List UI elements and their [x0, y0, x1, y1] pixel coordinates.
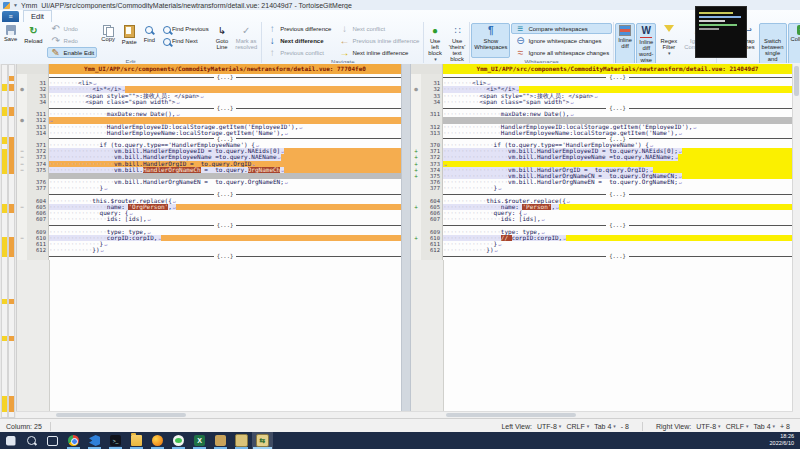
inline-diff-icon — [619, 25, 631, 36]
next-inline-difference-button[interactable]: →Next inline difference — [335, 47, 422, 58]
previous-inline-difference-button[interactable]: ←Previous inline difference — [335, 35, 422, 46]
view-label: Right View: — [656, 423, 691, 430]
button-label: Inline diff — [618, 37, 632, 49]
taskbar-tortoisegit-icon[interactable] — [231, 432, 252, 449]
ignore-all-whitespace-changes-button[interactable]: ≈Ignore all whitespace changes — [511, 47, 612, 58]
next-conflict-button[interactable]: ↓Next conflict — [335, 23, 422, 34]
taskbar-start-button[interactable] — [0, 432, 21, 449]
taskbar-vscode-icon[interactable] — [84, 432, 105, 449]
edit-icon: ✎ — [50, 47, 62, 59]
find-previous-button[interactable]: Find Previous — [159, 23, 212, 34]
locator-change-mark — [2, 237, 7, 256]
use-left-block-button[interactable]: ●Use left block ▾ — [425, 23, 445, 63]
button-label: Next conflict — [352, 26, 385, 32]
status-column: Column: 25 — [0, 423, 42, 430]
switch-between-single-and-double-pane-view-button[interactable]: Switch between single and double pane vi… — [759, 23, 787, 63]
right-pane: Ymm_UI/APP/src/components/CommodityMater… — [411, 64, 792, 418]
app-icon — [3, 2, 10, 9]
use-theirs-text-block-button[interactable]: ∷Use 'theirs' text block ▾ — [446, 23, 468, 63]
collapsed-section[interactable]: {...} — [17, 253, 401, 259]
encoding-selector[interactable]: UTF-8▾ — [537, 423, 561, 430]
taskbar-terminal-icon[interactable]: >_ — [105, 432, 126, 449]
button-label: Inline diff word-wise — [639, 39, 653, 63]
button-label: Use 'theirs' text block — [449, 38, 465, 62]
show-whitespaces-button[interactable]: ¶Show Whitespaces — [471, 23, 510, 58]
mark-as-resolved-button[interactable]: ✓Mark as resolved — [232, 23, 260, 58]
eol-selector[interactable]: CRLF▾ — [566, 423, 589, 430]
locator-track[interactable] — [1, 64, 8, 418]
taskbar-clock[interactable]: 18:262022/6/10 — [770, 432, 800, 449]
taskbar-task-icon[interactable] — [42, 432, 63, 449]
start-icon — [6, 436, 16, 446]
status-bar: Column: 25 Left View:UTF-8▾CRLF▾Tab 4▾- … — [0, 418, 800, 433]
ribbon-group-blocks: ●Use left block ▾∷Use 'theirs' text bloc… — [424, 22, 470, 63]
undo-icon: ↶ — [50, 23, 62, 35]
compare-whitespaces-button[interactable]: ≡Compare whitespaces — [511, 23, 612, 34]
reload-button[interactable]: ↻Reload — [21, 23, 45, 58]
taskbar-folder-icon[interactable] — [126, 432, 147, 449]
dropdown-caret-icon: ▾ — [434, 56, 437, 62]
taskbar-excel-icon[interactable]: X — [189, 432, 210, 449]
previous-conflict-button[interactable]: ↑Previous conflict — [263, 47, 334, 58]
goto-line-button[interactable]: ↳Goto Line — [213, 23, 232, 58]
line-code: {...} — [443, 253, 792, 259]
button-label: Enable Edit — [64, 50, 95, 56]
ribbon-body: Save↻Reload↶Undo↷Redo✎Enable EditCopyPas… — [0, 22, 800, 63]
title-bar[interactable]: ▼ Ymm_UI/APP/src/components/CommodityMat… — [0, 0, 800, 10]
horizontal-scrollbar[interactable] — [16, 411, 793, 418]
button-label: Previous conflict — [280, 50, 324, 56]
ribbon-tab-row: ≡ Edit — [0, 10, 800, 22]
copy-button[interactable]: Copy — [98, 23, 118, 58]
inline-diff-word-wise-button[interactable]: WInline diff word-wise — [636, 23, 656, 63]
collapsed-section[interactable]: {...} — [411, 253, 792, 259]
ribbon-group-edit: Save↻Reload↶Undo↷Redo✎Enable EditCopyPas… — [0, 22, 262, 63]
taskbar-wechat-icon[interactable] — [168, 432, 189, 449]
pane-splitter[interactable] — [401, 64, 411, 418]
redo-icon: ↷ — [50, 35, 62, 47]
vertical-scrollbar[interactable] — [792, 64, 800, 418]
find-next-button[interactable]: Find Next — [159, 35, 212, 46]
locator-track[interactable] — [8, 64, 15, 418]
eol-selector[interactable]: CRLF▾ — [726, 423, 749, 430]
taskbar-chrome-icon[interactable] — [63, 432, 84, 449]
tortoisemerge-icon: ⇆ — [256, 434, 269, 447]
line-number — [27, 253, 49, 259]
taskbar-tortoisemerge-icon[interactable]: ⇆ — [252, 432, 273, 449]
redo-button[interactable]: ↷Redo — [47, 35, 98, 46]
line-delta: - 8 — [621, 423, 629, 430]
taskbar-app-icon[interactable] — [210, 432, 231, 449]
next-difference-button[interactable]: ↓Next difference — [263, 35, 334, 46]
horizontal-scrollbar-thumb-left[interactable] — [56, 413, 186, 417]
ignore-whitespace-changes-button[interactable]: ⊖Ignore whitespace changes — [511, 35, 612, 46]
encoding-selector[interactable]: UTF-8▾ — [696, 423, 720, 430]
vertical-scrollbar-thumb[interactable] — [794, 66, 799, 96]
resolved-icon: ✓ — [240, 25, 252, 37]
tabs-selector[interactable]: Tab 4▾ — [753, 423, 775, 430]
collapse-button[interactable]: +Collapse — [788, 23, 800, 63]
paste-button[interactable]: Paste — [119, 23, 140, 58]
locator-change-mark — [9, 299, 14, 304]
button-label: Ignore all whitespace changes — [528, 50, 609, 56]
tab-edit[interactable]: Edit — [23, 10, 52, 22]
locator-bar[interactable] — [0, 64, 17, 418]
taskbar-search-icon[interactable] — [21, 432, 42, 449]
button-label: Previous difference — [280, 26, 331, 32]
taskbar-firefox-icon[interactable] — [147, 432, 168, 449]
find-button[interactable]: Find — [141, 23, 158, 58]
regex-filter-button[interactable]: Regex Filter ▾ — [657, 23, 680, 63]
locator-change-mark — [2, 396, 7, 412]
quick-access-caret-icon[interactable]: ▼ — [13, 2, 18, 8]
view-label: Left View: — [501, 423, 532, 430]
inline-diff-button[interactable]: Inline diff — [615, 23, 635, 63]
terminal-icon: >_ — [110, 435, 121, 446]
undo-button[interactable]: ↶Undo — [47, 23, 98, 34]
tabs-selector[interactable]: Tab 4▾ — [594, 423, 616, 430]
find-next-icon — [162, 37, 170, 45]
enable-edit-button[interactable]: ✎Enable Edit — [47, 47, 98, 58]
right-pane-header-spacer — [411, 64, 443, 74]
horizontal-scrollbar-thumb-right[interactable] — [446, 413, 576, 417]
save-button[interactable]: Save — [1, 23, 20, 58]
previous-difference-button[interactable]: ↑Previous difference — [263, 23, 334, 34]
next-inline-icon: → — [338, 47, 350, 59]
app-menu-button[interactable]: ≡ — [2, 11, 19, 22]
